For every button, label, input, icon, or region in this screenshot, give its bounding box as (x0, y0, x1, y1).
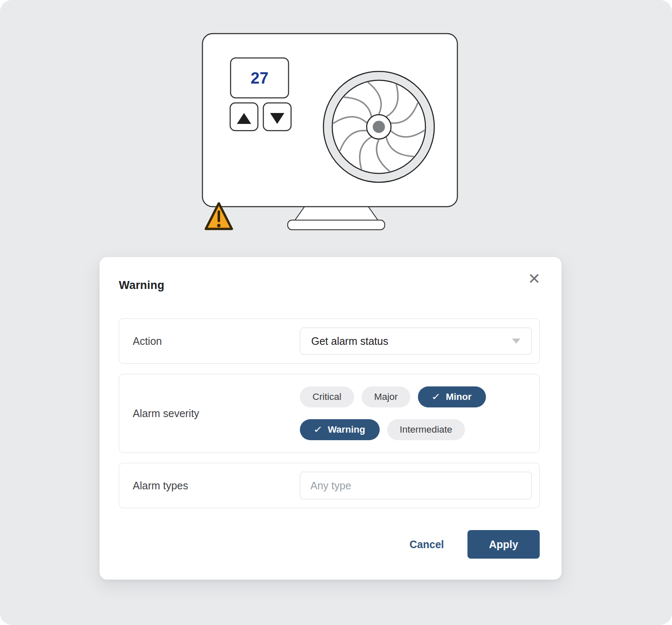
fan-hub-dot (373, 121, 385, 133)
device-illustration: 27 (0, 0, 672, 244)
up-arrow-button (230, 103, 258, 131)
alarm-severity-row: Alarm severity Critical Major ✓ Minor ✓ … (119, 374, 540, 453)
dropdown-caret-icon (512, 339, 520, 344)
severity-chip-intermediate[interactable]: Intermediate (387, 419, 465, 440)
alarm-types-input[interactable] (300, 472, 532, 499)
monitor-stand-neck (294, 207, 378, 221)
severity-chip-major[interactable]: Major (362, 386, 410, 407)
dialog-footer: Cancel Apply (410, 530, 540, 559)
dialog-title: Warning (119, 279, 164, 292)
chip-label: Intermediate (400, 424, 452, 435)
severity-chip-minor[interactable]: ✓ Minor (418, 386, 486, 407)
alarm-types-label: Alarm types (133, 480, 300, 492)
down-arrow-button (263, 103, 291, 131)
chip-label: Minor (446, 391, 471, 402)
chip-label: Warning (328, 424, 365, 435)
monitor-stand-base (288, 220, 385, 230)
alarm-types-control (300, 472, 532, 499)
action-dropdown[interactable]: Get alarm status (300, 328, 532, 355)
app-background: 27 (0, 0, 672, 625)
chip-label: Major (374, 391, 398, 402)
fan-unit-illustration: 27 (0, 0, 672, 244)
check-icon: ✓ (431, 391, 441, 402)
close-icon[interactable]: ✕ (528, 271, 541, 286)
action-label: Action (133, 335, 300, 347)
fan-icon (323, 71, 434, 182)
alarm-types-row: Alarm types (119, 463, 540, 508)
action-row: Action Get alarm status (119, 318, 540, 364)
cancel-button[interactable]: Cancel (410, 538, 444, 551)
warning-dialog: Warning ✕ Action Get alarm status Alarm … (100, 257, 562, 580)
display-value: 27 (251, 69, 268, 87)
check-icon: ✓ (313, 424, 323, 435)
alarm-severity-label: Alarm severity (133, 407, 300, 420)
severity-chip-group: Critical Major ✓ Minor ✓ Warning Interme (300, 386, 532, 440)
apply-button[interactable]: Apply (467, 530, 540, 559)
dialog-body: Action Get alarm status Alarm severity C… (119, 318, 540, 508)
action-dropdown-value: Get alarm status (311, 335, 388, 347)
chip-label: Critical (312, 391, 341, 402)
severity-chip-critical[interactable]: Critical (300, 386, 354, 407)
severity-chip-warning[interactable]: ✓ Warning (300, 419, 380, 440)
action-control: Get alarm status (300, 328, 532, 355)
